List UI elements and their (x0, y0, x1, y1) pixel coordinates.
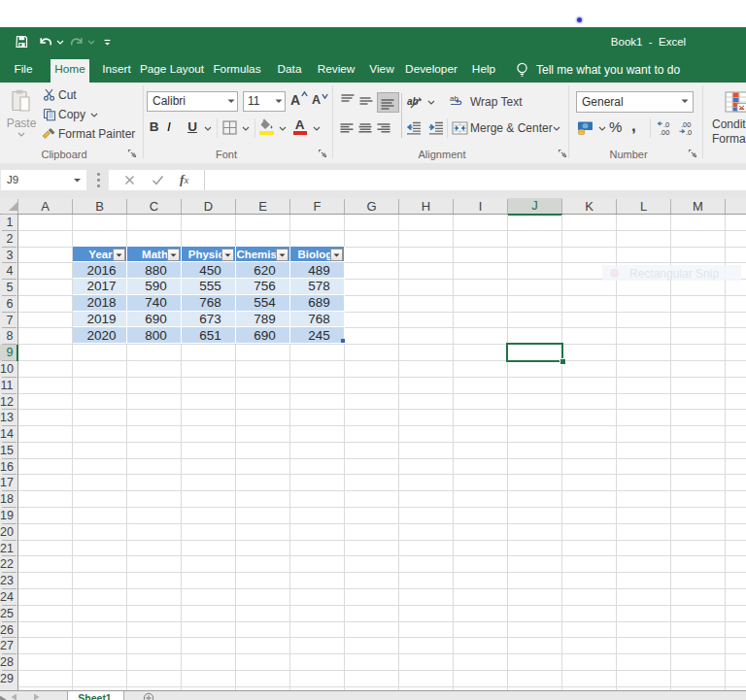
svg-text:.00: .00 (660, 128, 669, 136)
svg-text:.0: .0 (686, 128, 692, 136)
